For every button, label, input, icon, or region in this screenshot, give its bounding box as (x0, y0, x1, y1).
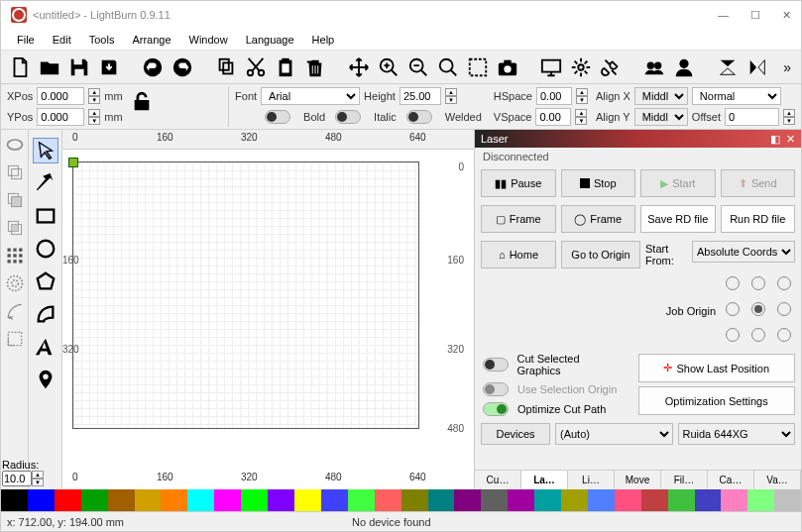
italic-toggle[interactable] (335, 110, 361, 124)
swatch[interactable] (294, 489, 321, 511)
radial-icon[interactable] (4, 272, 26, 294)
zoom-in-icon[interactable] (376, 54, 401, 80)
panel-header[interactable]: Laser ◧✕ (475, 130, 801, 148)
oval-modifier-icon[interactable] (4, 134, 26, 156)
panel-pop-icon[interactable]: ◧ (770, 133, 780, 146)
monitor-icon[interactable] (538, 54, 564, 80)
import-icon[interactable] (96, 54, 122, 80)
send-button[interactable]: ⬆Send (721, 169, 796, 197)
save-rd-button[interactable]: Save RD file (640, 205, 716, 233)
canvas[interactable]: 0160320480640 0 160 160 320 320 480 0160… (62, 130, 474, 489)
start-from-select[interactable]: Absolute Coords (692, 241, 795, 263)
swatch[interactable] (428, 489, 455, 511)
font-select[interactable]: Arial (261, 87, 360, 105)
swatch[interactable] (214, 489, 241, 511)
copy-icon[interactable] (213, 54, 239, 80)
swatch[interactable] (588, 489, 615, 511)
menu-arrange[interactable]: Arrange (124, 32, 178, 48)
pause-button[interactable]: ▮▮Pause (481, 169, 556, 197)
xpos-input[interactable] (37, 87, 84, 105)
rectangle-icon[interactable] (33, 203, 58, 229)
zoom-sel-icon[interactable] (465, 54, 491, 80)
swatch[interactable] (161, 489, 187, 511)
curve-icon[interactable] (33, 301, 58, 327)
swatch[interactable] (561, 489, 588, 511)
camera-icon[interactable] (495, 54, 520, 80)
cut-icon[interactable] (243, 54, 269, 80)
swatch[interactable] (1, 489, 28, 511)
welded-toggle[interactable] (406, 110, 432, 124)
tab-laser[interactable]: La… (521, 471, 568, 489)
menu-file[interactable]: File (9, 32, 43, 48)
swatch[interactable] (774, 489, 801, 511)
swatch[interactable] (641, 489, 668, 511)
menu-language[interactable]: Language (238, 32, 302, 48)
tab-variable[interactable]: Va… (754, 471, 801, 489)
swatch[interactable] (187, 489, 214, 511)
select-tool-icon[interactable] (33, 138, 58, 163)
delete-icon[interactable] (302, 54, 328, 80)
flip-h-icon[interactable] (745, 54, 770, 80)
swatch[interactable] (454, 489, 481, 511)
menu-edit[interactable]: Edit (45, 32, 79, 48)
draw-line-icon[interactable] (33, 170, 58, 196)
array-icon[interactable] (4, 245, 26, 266)
start-button[interactable]: ▶Start (640, 169, 716, 197)
undo-icon[interactable] (140, 54, 166, 80)
vspace-input[interactable] (535, 108, 571, 126)
bool-diff-icon[interactable] (4, 189, 26, 211)
text-icon[interactable] (33, 334, 58, 360)
optimize-cut-toggle[interactable] (483, 402, 509, 416)
menu-help[interactable]: Help (304, 32, 343, 48)
swatch[interactable] (401, 489, 428, 511)
swatch[interactable] (615, 489, 641, 511)
pan-icon[interactable] (346, 54, 372, 80)
panel-close-icon[interactable]: ✕ (786, 133, 795, 146)
flip-v-icon[interactable] (715, 54, 741, 80)
optimization-button[interactable]: Optimization Settings (638, 386, 796, 415)
wrench-icon[interactable] (598, 54, 624, 80)
swatch[interactable] (28, 489, 55, 511)
tab-cuts[interactable]: Cu… (475, 471, 521, 489)
minimize-button[interactable]: — (718, 9, 729, 22)
bold-toggle[interactable] (265, 110, 290, 124)
bool-union-icon[interactable] (4, 161, 26, 183)
zoom-fit-icon[interactable] (435, 54, 461, 80)
swatch[interactable] (268, 489, 294, 511)
normal-select[interactable]: Normal (692, 87, 781, 105)
swatch[interactable] (108, 489, 135, 511)
alignx-select[interactable]: Middle (634, 87, 688, 105)
port-select[interactable]: (Auto) (555, 423, 673, 445)
menu-window[interactable]: Window (181, 32, 236, 48)
cut-selected-toggle[interactable] (483, 358, 509, 372)
close-button[interactable]: ✕ (782, 9, 791, 22)
tab-camera[interactable]: Ca… (708, 471, 754, 489)
device-select[interactable]: Ruida 644XG (678, 423, 796, 445)
settings-icon[interactable] (568, 54, 594, 80)
swatch[interactable] (534, 489, 561, 511)
open-icon[interactable] (37, 54, 62, 80)
swatch[interactable] (747, 489, 774, 511)
workspace-grid[interactable] (72, 161, 419, 429)
swatch[interactable] (375, 489, 401, 511)
swatch[interactable] (348, 489, 375, 511)
tab-library[interactable]: Li… (568, 471, 615, 489)
user-icon[interactable] (671, 54, 697, 80)
height-input[interactable] (400, 87, 441, 105)
tab-file[interactable]: Fil… (661, 471, 708, 489)
bool-intersect-icon[interactable] (4, 217, 26, 239)
redo-icon[interactable] (170, 54, 195, 80)
lock-icon[interactable] (131, 90, 153, 112)
menu-tools[interactable]: Tools (81, 32, 123, 48)
corner-icon[interactable] (4, 328, 26, 350)
radius-input[interactable] (2, 471, 32, 486)
home-button[interactable]: ⌂Home (481, 241, 556, 268)
devices-button[interactable]: Devices (481, 423, 550, 445)
frame-circle-button[interactable]: ◯Frame (561, 205, 636, 233)
new-icon[interactable] (7, 54, 33, 80)
frame-rect-button[interactable]: ▢Frame (481, 205, 556, 233)
circle-icon[interactable] (33, 236, 58, 262)
group-icon[interactable] (641, 54, 667, 80)
swatch[interactable] (695, 489, 722, 511)
ypos-input[interactable] (37, 108, 84, 126)
